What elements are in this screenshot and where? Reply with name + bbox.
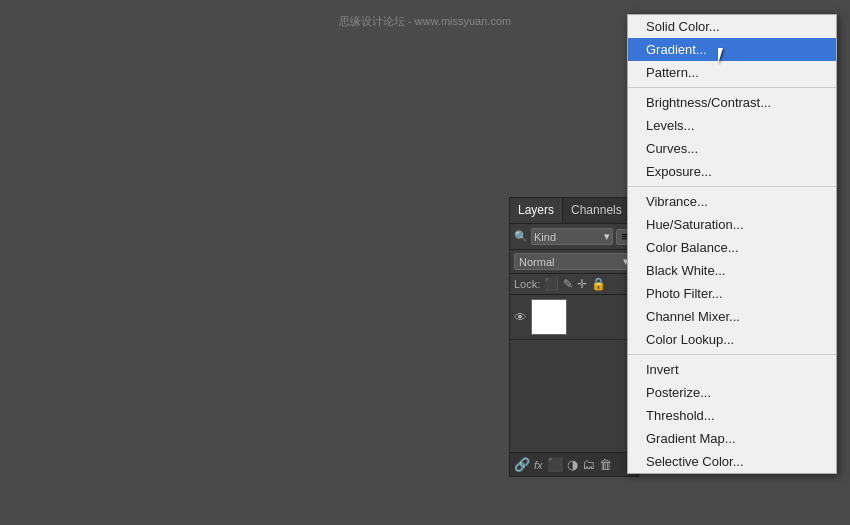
menu-item-color-lookup---[interactable]: Color Lookup... [628,328,836,351]
menu-item-solid-color---[interactable]: Solid Color... [628,15,836,38]
menu-item-photo-filter---[interactable]: Photo Filter... [628,282,836,305]
kind-label: Kind [534,231,556,243]
kind-chevron-icon: ▾ [604,230,610,243]
menu-item-pattern---[interactable]: Pattern... [628,61,836,84]
menu-item-gradient---[interactable]: Gradient... [628,38,836,61]
layers-tabs: Layers Channels P [510,198,638,224]
lock-all-icon[interactable]: 🔒 [591,277,606,291]
kind-dropdown[interactable]: Kind ▾ [531,228,613,245]
add-mask-icon[interactable]: ⬛ [547,457,563,472]
watermark: 思缘设计论坛 - www.missyuan.com [339,14,511,29]
menu-item-gradient-map---[interactable]: Gradient Map... [628,427,836,450]
menu-separator-16 [628,354,836,355]
menu-item-selective-color---[interactable]: Selective Color... [628,450,836,473]
tab-channels[interactable]: Channels [563,198,631,223]
layer-item[interactable]: 👁 [510,295,638,340]
menu-item-brightness-contrast---[interactable]: Brightness/Contrast... [628,91,836,114]
menu-item-black--white---[interactable]: Black White... [628,259,836,282]
menu-item-posterize---[interactable]: Posterize... [628,381,836,404]
layers-bottom-bar: 🔗 fx ⬛ ◑ 🗂 🗑 [510,452,638,476]
menu-item-levels---[interactable]: Levels... [628,114,836,137]
lock-label: Lock: [514,278,540,290]
layer-thumbnail [531,299,567,335]
search-icon: 🔍 [514,230,528,243]
link-layers-icon[interactable]: 🔗 [514,457,530,472]
lock-move-icon[interactable]: ✛ [577,277,587,291]
menu-item-threshold---[interactable]: Threshold... [628,404,836,427]
blend-mode-dropdown[interactable]: Normal ▾ [514,253,634,270]
blend-mode-label: Normal [519,256,554,268]
new-group-icon[interactable]: 🗂 [582,457,595,472]
lock-row: Lock: ⬛ ✎ ✛ 🔒 [510,274,638,295]
menu-item-hue-saturation---[interactable]: Hue/Saturation... [628,213,836,236]
blend-mode-row: Normal ▾ [510,250,638,274]
layers-search-row: 🔍 Kind ▾ ≡ [510,224,638,250]
menu-separator-3 [628,87,836,88]
delete-layer-icon[interactable]: 🗑 [599,457,612,472]
menu-item-channel-mixer---[interactable]: Channel Mixer... [628,305,836,328]
menu-item-color-balance---[interactable]: Color Balance... [628,236,836,259]
adjustments-icon[interactable]: ◑ [567,457,578,472]
menu-item-vibrance---[interactable]: Vibrance... [628,190,836,213]
layer-visibility-icon[interactable]: 👁 [514,310,527,325]
lock-position-icon[interactable]: ✎ [563,277,573,291]
menu-item-invert[interactable]: Invert [628,358,836,381]
adjustment-layer-menu: Solid Color...Gradient...Pattern...Brigh… [627,14,837,474]
menu-item-curves---[interactable]: Curves... [628,137,836,160]
layers-panel: Layers Channels P 🔍 Kind ▾ ≡ Normal ▾ Lo… [509,197,639,477]
menu-separator-8 [628,186,836,187]
tab-layers[interactable]: Layers [510,198,563,223]
menu-item-exposure---[interactable]: Exposure... [628,160,836,183]
fx-icon[interactable]: fx [534,459,543,471]
lock-pixels-icon[interactable]: ⬛ [544,277,559,291]
